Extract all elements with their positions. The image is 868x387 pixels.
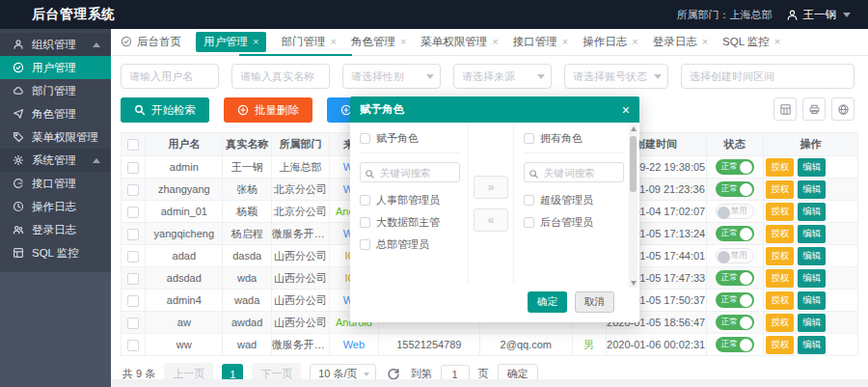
role-list-item[interactable]: 总部管理员 xyxy=(360,237,460,252)
sidebar-group-header[interactable]: 系统管理 xyxy=(0,149,111,172)
modal-scrollbar[interactable] xyxy=(629,124,637,288)
status-toggle[interactable]: 正常 xyxy=(716,181,754,197)
authorize-button[interactable]: 授权 xyxy=(766,336,794,354)
select-all-checkbox[interactable] xyxy=(127,139,139,151)
close-icon[interactable]: × xyxy=(702,37,708,47)
row-checkbox[interactable] xyxy=(127,273,139,285)
sidebar-item[interactable]: 登录日志 xyxy=(0,218,111,241)
filter-select[interactable]: 请选择账号状态 xyxy=(564,64,668,89)
filter-input[interactable] xyxy=(681,64,854,89)
role-list-item[interactable]: 人事部管理员 xyxy=(360,193,460,207)
row-checkbox[interactable] xyxy=(127,184,139,196)
move-right-button[interactable]: » xyxy=(474,176,508,199)
edit-button[interactable]: 编辑 xyxy=(798,158,826,177)
move-left-button[interactable]: « xyxy=(474,208,508,232)
authorize-button[interactable]: 授权 xyxy=(766,314,794,332)
sidebar-group-header[interactable]: 组织管理 xyxy=(0,33,111,56)
status-toggle[interactable]: 禁用 xyxy=(716,248,754,263)
close-icon[interactable]: × xyxy=(492,37,498,47)
tab-item[interactable]: 角色管理× xyxy=(351,35,406,49)
tab-item[interactable]: 登录日志× xyxy=(653,35,708,49)
authorize-button[interactable]: 授权 xyxy=(766,180,794,199)
role-list-item[interactable]: 超级管理员 xyxy=(524,193,624,207)
edit-button[interactable]: 编辑 xyxy=(798,180,826,199)
edit-button[interactable]: 编辑 xyxy=(798,203,826,221)
edit-button[interactable]: 编辑 xyxy=(798,247,826,265)
close-icon[interactable]: × xyxy=(330,37,336,47)
search-button[interactable]: 开始检索 xyxy=(121,97,209,123)
filter-input[interactable] xyxy=(231,64,330,89)
close-icon[interactable]: × xyxy=(400,37,406,47)
scroll-up-icon[interactable] xyxy=(631,126,637,131)
edit-button[interactable]: 编辑 xyxy=(798,269,826,288)
status-toggle[interactable]: 禁用 xyxy=(716,204,754,219)
user-menu[interactable]: 王一钢 xyxy=(786,8,852,22)
status-toggle[interactable]: 正常 xyxy=(716,159,754,175)
status-toggle[interactable]: 正常 xyxy=(716,292,754,308)
sidebar-item[interactable]: SQL 监控 xyxy=(0,241,111,264)
role-list-item[interactable]: 后台管理员 xyxy=(524,215,624,230)
assign-all-checkbox[interactable] xyxy=(360,133,370,144)
owned-all-checkbox[interactable] xyxy=(524,133,534,144)
batch-delete-button[interactable]: 批量删除 xyxy=(224,97,312,123)
close-icon[interactable]: × xyxy=(253,37,258,47)
modal-cancel-button[interactable]: 取消 xyxy=(575,291,614,313)
tab-item[interactable]: SQL 监控× xyxy=(722,35,780,49)
edit-button[interactable]: 编辑 xyxy=(798,336,826,354)
tab-item[interactable]: 接口管理× xyxy=(513,35,568,49)
tab-item[interactable]: 操作日志× xyxy=(583,35,637,49)
close-icon[interactable]: × xyxy=(562,37,568,47)
column-display-icon[interactable] xyxy=(773,97,797,121)
scrollbar-thumb[interactable] xyxy=(630,136,637,192)
close-icon[interactable]: × xyxy=(632,37,637,47)
select-all-cell xyxy=(122,133,146,156)
sidebar-item[interactable]: 部门管理 xyxy=(0,79,111,102)
tab-item[interactable]: 菜单权限管理× xyxy=(420,35,498,49)
modal-confirm-button[interactable]: 确定 xyxy=(528,291,567,313)
row-checkbox[interactable] xyxy=(127,251,139,263)
tab-item[interactable]: 用户管理× xyxy=(196,32,266,52)
refresh-icon[interactable] xyxy=(831,97,854,121)
row-checkbox[interactable] xyxy=(127,295,139,307)
filter-select[interactable]: 请选择来源 xyxy=(453,64,552,89)
close-icon[interactable]: × xyxy=(622,103,630,117)
role-checkbox[interactable] xyxy=(524,195,534,206)
authorize-button[interactable]: 授权 xyxy=(766,269,794,288)
row-checkbox[interactable] xyxy=(127,207,139,218)
sidebar-item[interactable]: 角色管理 xyxy=(0,102,111,125)
tab-home[interactable]: 后台首页 xyxy=(121,35,181,49)
role-list-item[interactable]: 大数据部主管 xyxy=(360,215,460,230)
role-checkbox[interactable] xyxy=(360,239,370,250)
authorize-button[interactable]: 授权 xyxy=(766,158,794,177)
sidebar-item[interactable]: 操作日志 xyxy=(0,195,111,218)
authorize-button[interactable]: 授权 xyxy=(766,203,794,221)
edit-button[interactable]: 编辑 xyxy=(798,291,826,310)
row-checkbox[interactable] xyxy=(127,162,139,174)
status-toggle[interactable]: 正常 xyxy=(716,315,754,330)
tab-item[interactable]: 部门管理× xyxy=(281,35,336,49)
row-checkbox[interactable] xyxy=(127,229,139,240)
row-checkbox[interactable] xyxy=(127,340,139,351)
role-checkbox[interactable] xyxy=(360,195,370,206)
print-icon[interactable] xyxy=(802,97,826,121)
close-icon[interactable]: × xyxy=(774,37,780,47)
scroll-down-icon[interactable] xyxy=(631,281,637,286)
authorize-button[interactable]: 授权 xyxy=(766,291,794,310)
status-toggle[interactable]: 正常 xyxy=(716,270,754,286)
status-toggle[interactable]: 正常 xyxy=(716,226,754,241)
search-icon xyxy=(365,166,375,183)
sidebar-item[interactable]: 菜单权限管理 xyxy=(0,125,111,149)
authorize-button[interactable]: 授权 xyxy=(766,225,794,243)
row-select-cell xyxy=(122,223,146,245)
role-checkbox[interactable] xyxy=(360,217,370,228)
edit-button[interactable]: 编辑 xyxy=(798,314,826,332)
edit-button[interactable]: 编辑 xyxy=(798,225,826,243)
sidebar-item[interactable]: 接口管理 xyxy=(0,172,111,195)
role-checkbox[interactable] xyxy=(524,217,534,228)
status-toggle[interactable]: 正常 xyxy=(716,337,754,352)
filter-select[interactable]: 请选择性别 xyxy=(342,64,441,89)
authorize-button[interactable]: 授权 xyxy=(766,247,794,265)
sidebar-item[interactable]: 用户管理 xyxy=(0,56,111,79)
filter-input[interactable] xyxy=(121,64,219,89)
row-checkbox[interactable] xyxy=(127,318,139,329)
